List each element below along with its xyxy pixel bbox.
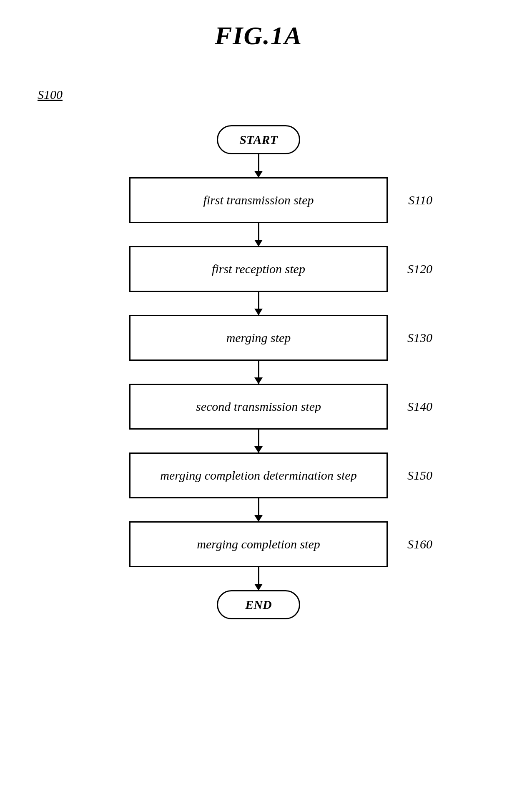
start-label: START <box>239 133 278 147</box>
start-shape: START <box>217 125 300 154</box>
step-s130-wrapper: merging step S130 <box>129 315 388 361</box>
step-s160-code: S160 <box>407 537 432 551</box>
section-label: S100 <box>38 88 63 102</box>
step-s150-label: merging completion determination step <box>160 468 356 483</box>
step-s150-code: S150 <box>407 468 432 483</box>
step-s110-wrapper: first transmission step S110 <box>129 177 388 223</box>
flowchart: START first transmission step S110 first… <box>113 125 404 619</box>
step-s130-label: merging step <box>226 331 291 345</box>
arrow-1 <box>258 223 259 246</box>
step-s140-code: S140 <box>407 400 432 414</box>
step-s130: merging step S130 <box>129 315 388 361</box>
end-label: END <box>245 598 271 612</box>
arrow-6 <box>258 567 259 590</box>
step-s110-label: first transmission step <box>203 193 314 207</box>
arrow-4 <box>258 430 259 453</box>
step-s120: first reception step S120 <box>129 246 388 292</box>
step-s160: merging completion step S160 <box>129 521 388 567</box>
arrow-2 <box>258 292 259 315</box>
step-s160-wrapper: merging completion step S160 <box>129 521 388 567</box>
step-s120-code: S120 <box>407 262 432 276</box>
step-s140-wrapper: second transmission step S140 <box>129 384 388 430</box>
step-s140-label: second transmission step <box>196 400 321 414</box>
step-s130-code: S130 <box>407 331 432 345</box>
step-s120-wrapper: first reception step S120 <box>129 246 388 292</box>
page-title: FIG.1A <box>0 0 517 50</box>
step-s150-wrapper: merging completion determination step S1… <box>129 453 388 498</box>
end-shape: END <box>217 590 300 619</box>
step-s150: merging completion determination step S1… <box>129 453 388 498</box>
arrow-0 <box>258 154 259 177</box>
step-s120-label: first reception step <box>212 262 305 276</box>
step-s110: first transmission step S110 <box>129 177 388 223</box>
step-s160-label: merging completion step <box>197 537 320 551</box>
step-s110-code: S110 <box>408 193 432 207</box>
arrow-3 <box>258 361 259 384</box>
arrow-5 <box>258 498 259 521</box>
step-s140: second transmission step S140 <box>129 384 388 430</box>
